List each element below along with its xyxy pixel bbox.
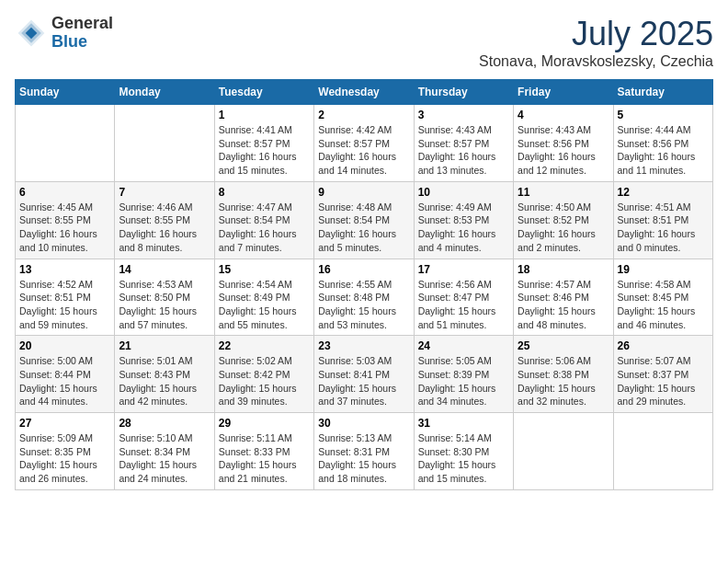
day-info: Sunrise: 5:09 AM Sunset: 8:35 PM Dayligh…	[19, 431, 110, 486]
weekday-header-sunday: Sunday	[16, 80, 115, 105]
calendar-cell: 1Sunrise: 4:41 AM Sunset: 8:57 PM Daylig…	[214, 105, 313, 182]
day-info: Sunrise: 4:49 AM Sunset: 8:53 PM Dayligh…	[418, 201, 509, 255]
calendar-cell: 19Sunrise: 4:58 AM Sunset: 8:45 PM Dayli…	[613, 259, 712, 336]
logo: General Blue	[15, 15, 113, 52]
calendar-cell: 20Sunrise: 5:00 AM Sunset: 8:44 PM Dayli…	[16, 336, 115, 413]
day-number: 7	[119, 186, 210, 199]
day-info: Sunrise: 5:07 AM Sunset: 8:37 PM Dayligh…	[618, 354, 709, 408]
calendar-body: 1Sunrise: 4:41 AM Sunset: 8:57 PM Daylig…	[16, 105, 713, 490]
page-header: General Blue July 2025 Stonava, Moravsko…	[15, 15, 713, 70]
day-number: 17	[418, 263, 509, 276]
calendar-header: SundayMondayTuesdayWednesdayThursdayFrid…	[16, 80, 713, 105]
calendar-cell: 11Sunrise: 4:50 AM Sunset: 8:52 PM Dayli…	[514, 181, 613, 259]
day-number: 20	[19, 339, 110, 352]
weekday-header-saturday: Saturday	[613, 80, 712, 105]
day-info: Sunrise: 4:43 AM Sunset: 8:57 PM Dayligh…	[418, 123, 509, 178]
day-number: 18	[518, 263, 609, 276]
day-number: 16	[318, 263, 409, 276]
calendar-cell: 6Sunrise: 4:45 AM Sunset: 8:55 PM Daylig…	[16, 181, 115, 259]
calendar-cell: 10Sunrise: 4:49 AM Sunset: 8:53 PM Dayli…	[414, 181, 513, 259]
calendar-cell: 7Sunrise: 4:46 AM Sunset: 8:55 PM Daylig…	[115, 181, 214, 259]
day-info: Sunrise: 4:51 AM Sunset: 8:51 PM Dayligh…	[618, 201, 709, 255]
day-info: Sunrise: 4:55 AM Sunset: 8:48 PM Dayligh…	[318, 278, 409, 332]
calendar-cell: 18Sunrise: 4:57 AM Sunset: 8:46 PM Dayli…	[514, 259, 613, 336]
day-number: 22	[219, 339, 310, 352]
day-number: 3	[418, 109, 509, 121]
day-info: Sunrise: 4:45 AM Sunset: 8:55 PM Dayligh…	[19, 201, 110, 255]
calendar-week-row: 1Sunrise: 4:41 AM Sunset: 8:57 PM Daylig…	[16, 105, 713, 182]
day-info: Sunrise: 5:10 AM Sunset: 8:34 PM Dayligh…	[119, 431, 210, 486]
day-number: 27	[19, 417, 110, 430]
day-info: Sunrise: 4:56 AM Sunset: 8:47 PM Dayligh…	[418, 278, 509, 332]
day-info: Sunrise: 5:00 AM Sunset: 8:44 PM Dayligh…	[19, 354, 110, 408]
day-info: Sunrise: 4:52 AM Sunset: 8:51 PM Dayligh…	[19, 278, 110, 332]
location-title: Stonava, Moravskoslezsky, Czechia	[479, 53, 713, 70]
weekday-header-friday: Friday	[514, 80, 613, 105]
title-block: July 2025 Stonava, Moravskoslezsky, Czec…	[479, 15, 713, 70]
day-info: Sunrise: 4:57 AM Sunset: 8:46 PM Dayligh…	[518, 278, 609, 332]
day-info: Sunrise: 4:41 AM Sunset: 8:57 PM Dayligh…	[219, 123, 310, 178]
day-number: 2	[318, 109, 409, 121]
day-info: Sunrise: 5:06 AM Sunset: 8:38 PM Dayligh…	[518, 354, 609, 408]
day-info: Sunrise: 4:53 AM Sunset: 8:50 PM Dayligh…	[119, 278, 210, 332]
calendar-cell: 23Sunrise: 5:03 AM Sunset: 8:41 PM Dayli…	[314, 336, 414, 413]
calendar-week-row: 13Sunrise: 4:52 AM Sunset: 8:51 PM Dayli…	[16, 259, 713, 336]
day-number: 14	[119, 263, 210, 276]
month-title: July 2025	[479, 15, 713, 53]
calendar-cell: 14Sunrise: 4:53 AM Sunset: 8:50 PM Dayli…	[115, 259, 214, 336]
day-number: 29	[219, 417, 310, 430]
day-info: Sunrise: 5:01 AM Sunset: 8:43 PM Dayligh…	[119, 354, 210, 408]
calendar-cell: 5Sunrise: 4:44 AM Sunset: 8:56 PM Daylig…	[613, 105, 712, 182]
day-number: 23	[318, 339, 409, 352]
day-info: Sunrise: 4:47 AM Sunset: 8:54 PM Dayligh…	[219, 201, 310, 255]
logo-general-text: General	[51, 15, 113, 33]
calendar-cell: 29Sunrise: 5:11 AM Sunset: 8:33 PM Dayli…	[214, 413, 313, 490]
calendar-cell	[115, 105, 214, 182]
calendar-cell: 15Sunrise: 4:54 AM Sunset: 8:49 PM Dayli…	[214, 259, 313, 336]
calendar-cell: 30Sunrise: 5:13 AM Sunset: 8:31 PM Dayli…	[314, 413, 414, 490]
logo-text: General Blue	[51, 15, 113, 52]
calendar-cell: 31Sunrise: 5:14 AM Sunset: 8:30 PM Dayli…	[414, 413, 513, 490]
calendar-cell: 12Sunrise: 4:51 AM Sunset: 8:51 PM Dayli…	[613, 181, 712, 259]
day-number: 10	[418, 186, 509, 199]
day-number: 8	[219, 186, 310, 199]
calendar-cell	[613, 413, 712, 490]
calendar-cell: 4Sunrise: 4:43 AM Sunset: 8:56 PM Daylig…	[514, 105, 613, 182]
day-info: Sunrise: 4:54 AM Sunset: 8:49 PM Dayligh…	[219, 278, 310, 332]
day-number: 11	[518, 186, 609, 199]
calendar-cell: 8Sunrise: 4:47 AM Sunset: 8:54 PM Daylig…	[214, 181, 313, 259]
day-number: 31	[418, 417, 509, 430]
day-number: 28	[119, 417, 210, 430]
day-number: 24	[418, 339, 509, 352]
weekday-header-monday: Monday	[115, 80, 214, 105]
calendar-cell: 27Sunrise: 5:09 AM Sunset: 8:35 PM Dayli…	[16, 413, 115, 490]
day-number: 1	[219, 109, 310, 121]
weekday-header-row: SundayMondayTuesdayWednesdayThursdayFrid…	[16, 80, 713, 105]
day-number: 21	[119, 339, 210, 352]
day-info: Sunrise: 5:13 AM Sunset: 8:31 PM Dayligh…	[318, 431, 409, 486]
weekday-header-tuesday: Tuesday	[214, 80, 313, 105]
calendar-cell: 2Sunrise: 4:42 AM Sunset: 8:57 PM Daylig…	[314, 105, 414, 182]
calendar-cell: 22Sunrise: 5:02 AM Sunset: 8:42 PM Dayli…	[214, 336, 313, 413]
day-info: Sunrise: 4:43 AM Sunset: 8:56 PM Dayligh…	[518, 123, 609, 178]
logo-icon	[15, 17, 48, 50]
calendar-cell: 9Sunrise: 4:48 AM Sunset: 8:54 PM Daylig…	[314, 181, 414, 259]
day-number: 12	[618, 186, 709, 199]
day-info: Sunrise: 4:58 AM Sunset: 8:45 PM Dayligh…	[618, 278, 709, 332]
day-number: 13	[19, 263, 110, 276]
calendar-cell: 21Sunrise: 5:01 AM Sunset: 8:43 PM Dayli…	[115, 336, 214, 413]
day-number: 15	[219, 263, 310, 276]
logo-blue-text: Blue	[51, 33, 113, 52]
day-number: 19	[618, 263, 709, 276]
calendar-cell: 16Sunrise: 4:55 AM Sunset: 8:48 PM Dayli…	[314, 259, 414, 336]
weekday-header-wednesday: Wednesday	[314, 80, 414, 105]
day-info: Sunrise: 5:03 AM Sunset: 8:41 PM Dayligh…	[318, 354, 409, 408]
day-number: 30	[318, 417, 409, 430]
weekday-header-thursday: Thursday	[414, 80, 513, 105]
calendar-cell	[514, 413, 613, 490]
day-number: 5	[618, 109, 709, 121]
day-number: 9	[318, 186, 409, 199]
calendar-cell: 28Sunrise: 5:10 AM Sunset: 8:34 PM Dayli…	[115, 413, 214, 490]
calendar-cell: 25Sunrise: 5:06 AM Sunset: 8:38 PM Dayli…	[514, 336, 613, 413]
calendar-cell: 24Sunrise: 5:05 AM Sunset: 8:39 PM Dayli…	[414, 336, 513, 413]
